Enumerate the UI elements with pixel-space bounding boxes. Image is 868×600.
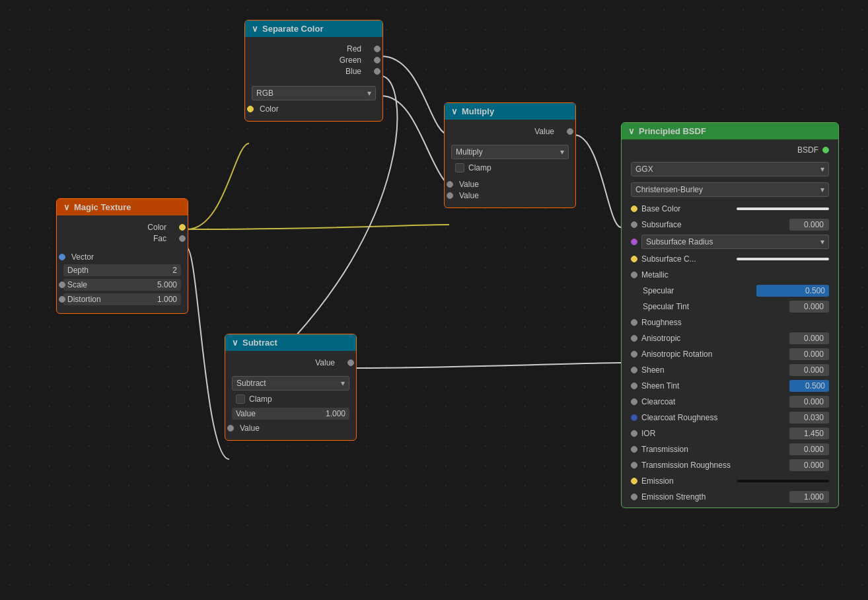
bsdf-clearcoat-socket[interactable] (631, 398, 637, 405)
magic-scale-socket[interactable] (59, 281, 65, 288)
bsdf-subsurface-method-dropdown[interactable]: Christensen-Burley (631, 182, 829, 197)
subtract-clamp-label: Clamp (249, 394, 272, 404)
bsdf-subsurface-label: Subsurface (641, 220, 789, 229)
subtract-value-output-socket[interactable] (347, 359, 354, 366)
bsdf-ior-socket[interactable] (631, 430, 637, 437)
bsdf-sheen-socket[interactable] (631, 367, 637, 373)
bsdf-clearcoat-label: Clearcoat (641, 397, 789, 406)
bsdf-sheen-label: Sheen (641, 365, 789, 375)
bsdf-anisotropic-value[interactable]: 0.000 (789, 332, 829, 344)
separate-color-arrow: ∨ (252, 24, 258, 34)
bsdf-anisotropic-rot-value[interactable]: 0.000 (789, 348, 829, 360)
separate-blue-socket[interactable] (374, 68, 380, 75)
bsdf-specular-tint-value[interactable]: 0.000 (789, 301, 829, 313)
bsdf-ior-label: IOR (641, 429, 789, 438)
bsdf-roughness-socket[interactable] (631, 319, 637, 326)
bsdf-sheen-row: Sheen 0.000 (627, 362, 833, 378)
magic-color-output-socket[interactable] (179, 224, 186, 231)
subtract-title: Subtract (242, 338, 277, 348)
bsdf-base-color-row: Base Color (627, 201, 833, 217)
magic-distortion-value: 1.000 (157, 295, 177, 304)
bsdf-subsurface-row: Subsurface 0.000 (627, 217, 833, 233)
subtract-operation-dropdown[interactable]: Subtract (232, 376, 349, 391)
multiply-value2-socket[interactable] (447, 192, 453, 199)
magic-depth-field[interactable]: Depth 2 (63, 264, 181, 276)
bsdf-clearcoat-roughness-label: Clearcoat Roughness (641, 413, 789, 422)
separate-mode-dropdown[interactable]: RGB (252, 86, 376, 100)
bsdf-specular-row: Specular 0.500 (627, 283, 833, 299)
magic-texture-arrow: ∨ (63, 202, 70, 212)
bsdf-subsurface-radius-socket[interactable] (631, 239, 637, 245)
bsdf-sheen-tint-socket[interactable] (631, 383, 637, 389)
separate-red-socket[interactable] (374, 46, 380, 52)
bsdf-subsurface-c-row: Subsurface C... (627, 251, 833, 267)
multiply-value1-socket[interactable] (447, 181, 453, 188)
bsdf-subsurface-radius-dropdown[interactable]: Subsurface Radius (641, 235, 829, 249)
separate-red-label: Red (252, 44, 367, 54)
magic-vector-input-socket[interactable] (59, 254, 65, 260)
bsdf-anisotropic-row: Anisotropic 0.000 (627, 330, 833, 346)
magic-distortion-field[interactable]: Distortion 1.000 (63, 293, 181, 305)
bsdf-output-socket[interactable] (822, 147, 829, 153)
bsdf-clearcoat-value[interactable]: 0.000 (789, 396, 829, 408)
bsdf-transmission-roughness-value[interactable]: 0.000 (789, 459, 829, 471)
multiply-arrow: ∨ (451, 106, 458, 116)
magic-depth-value: 2 (172, 266, 177, 275)
bsdf-sheen-tint-value[interactable]: 0.500 (789, 380, 829, 392)
magic-color-output-label: Color (63, 223, 172, 232)
bsdf-transmission-row: Transmission 0.000 (627, 441, 833, 457)
separate-color-input-socket[interactable] (247, 106, 254, 112)
bsdf-subsurface-socket[interactable] (631, 221, 637, 228)
bsdf-subsurface-value[interactable]: 0.000 (789, 219, 829, 231)
bsdf-distribution-chevron (820, 165, 824, 174)
multiply-value-output-socket[interactable] (567, 128, 573, 135)
subtract-value-input-socket[interactable] (227, 425, 234, 431)
bsdf-specular-label: Specular (631, 286, 756, 295)
bsdf-clearcoat-roughness-value[interactable]: 0.030 (789, 412, 829, 424)
bsdf-metallic-socket[interactable] (631, 272, 637, 278)
bsdf-header: ∨ Principled BSDF (622, 123, 838, 139)
bsdf-emission-strength-row: Emission Strength 1.000 (627, 489, 833, 505)
bsdf-distribution-dropdown[interactable]: GGX (631, 162, 829, 176)
bsdf-transmission-socket[interactable] (631, 446, 637, 453)
magic-scale-field[interactable]: Scale 5.000 (63, 279, 181, 291)
bsdf-anisotropic-rot-socket[interactable] (631, 351, 637, 357)
bsdf-specular-tint-label: Specular Tint (631, 302, 789, 311)
bsdf-metallic-row: Metallic (627, 267, 833, 283)
subtract-node: ∨ Subtract Value Subtract Clamp Value 1.… (225, 334, 357, 441)
subtract-clamp-checkbox[interactable] (236, 394, 245, 404)
bsdf-clearcoat-roughness-socket[interactable] (631, 414, 637, 421)
bsdf-subsurface-c-socket[interactable] (631, 256, 637, 262)
bsdf-anisotropic-rot-label: Anisotropic Rotation (641, 350, 789, 359)
magic-depth-label: Depth (67, 266, 172, 275)
bsdf-emission-row: Emission (627, 473, 833, 489)
bsdf-emission-color[interactable] (737, 480, 829, 482)
bsdf-subsurface-radius-chevron (820, 237, 824, 246)
bsdf-anisotropic-socket[interactable] (631, 335, 637, 342)
bsdf-emission-socket[interactable] (631, 478, 637, 484)
multiply-title: Multiply (462, 106, 494, 116)
subtract-clamp-row: Clamp (232, 393, 349, 405)
bsdf-base-color-socket[interactable] (631, 206, 637, 212)
magic-distortion-socket[interactable] (59, 296, 65, 303)
bsdf-sheen-value[interactable]: 0.000 (789, 364, 829, 376)
bsdf-emission-strength-value[interactable]: 1.000 (789, 491, 829, 503)
bsdf-subsurface-c-value[interactable] (737, 258, 829, 260)
subtract-value-field[interactable]: Value 1.000 (232, 408, 349, 420)
subtract-operation-chevron (341, 379, 345, 388)
bsdf-transmission-value[interactable]: 0.000 (789, 443, 829, 455)
multiply-operation-dropdown[interactable]: Multiply (451, 145, 569, 159)
separate-green-socket[interactable] (374, 57, 380, 63)
separate-color-header: ∨ Separate Color (245, 20, 382, 37)
bsdf-base-color-label: Base Color (641, 204, 737, 213)
bsdf-distribution-value: GGX (635, 165, 653, 174)
bsdf-specular-value[interactable]: 0.500 (756, 285, 829, 297)
magic-vector-label: Vector (66, 252, 181, 262)
bsdf-ior-value[interactable]: 1.450 (789, 428, 829, 439)
multiply-clamp-checkbox[interactable] (455, 163, 464, 172)
bsdf-base-color-value[interactable] (737, 207, 829, 210)
magic-fac-output-label: Fac (63, 234, 172, 243)
magic-fac-output-socket[interactable] (179, 235, 186, 242)
bsdf-emission-strength-socket[interactable] (631, 494, 637, 500)
bsdf-transmission-roughness-socket[interactable] (631, 462, 637, 469)
